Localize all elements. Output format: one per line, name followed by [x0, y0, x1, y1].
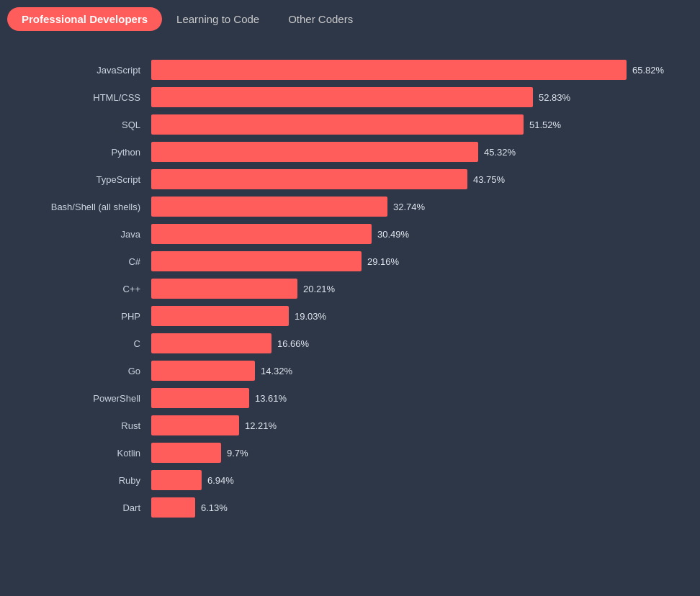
bar-label: PowerShell	[7, 393, 151, 404]
bar-row: C16.66%	[7, 333, 686, 353]
bar-track: 19.03%	[151, 306, 686, 326]
bar-row: TypeScript43.75%	[7, 169, 686, 189]
bar-track: 14.32%	[151, 361, 686, 381]
bar-label: Kotlin	[7, 448, 151, 459]
bar-fill	[151, 224, 372, 244]
bar-row: Ruby6.94%	[7, 470, 686, 490]
bar-row: Java30.49%	[7, 224, 686, 244]
bar-row: Python45.32%	[7, 142, 686, 162]
bar-track: 6.13%	[151, 497, 686, 518]
bar-value: 65.82%	[632, 65, 664, 76]
bar-label: HTML/CSS	[7, 92, 151, 103]
bar-fill	[151, 388, 249, 408]
chart-container: JavaScript65.82%HTML/CSS52.83%SQL51.52%P…	[0, 45, 700, 539]
bar-value: 14.32%	[261, 366, 292, 376]
bar-fill	[151, 114, 524, 135]
bar-label: Python	[7, 147, 151, 158]
bar-value: 45.32%	[484, 147, 516, 158]
bar-track: 29.16%	[151, 251, 686, 271]
bar-label: Dart	[7, 502, 151, 513]
tab-other[interactable]: Other Coders	[274, 7, 367, 31]
bar-row: Bash/Shell (all shells)32.74%	[7, 197, 686, 217]
bar-track: 32.74%	[151, 197, 686, 217]
bar-value: 20.21%	[303, 284, 335, 294]
bar-track: 20.21%	[151, 279, 686, 299]
bar-fill	[151, 470, 202, 490]
bar-label: C	[7, 338, 151, 349]
bar-row: SQL51.52%	[7, 114, 686, 135]
bar-fill	[151, 87, 533, 107]
bar-label: C#	[7, 256, 151, 267]
bar-track: 65.82%	[151, 60, 686, 80]
bar-value: 29.16%	[367, 256, 399, 267]
bar-fill	[151, 142, 478, 162]
bar-fill	[151, 279, 297, 299]
bar-row: Dart6.13%	[7, 497, 686, 518]
bar-track: 13.61%	[151, 388, 686, 408]
bar-track: 16.66%	[151, 333, 686, 353]
bar-label: JavaScript	[7, 65, 151, 76]
bar-row: Go14.32%	[7, 361, 686, 381]
bar-value: 13.61%	[255, 393, 287, 404]
bar-value: 6.13%	[201, 502, 228, 513]
bar-label: Ruby	[7, 475, 151, 486]
bar-value: 52.83%	[539, 92, 570, 103]
bar-track: 43.75%	[151, 169, 686, 189]
bar-track: 9.7%	[151, 443, 686, 463]
bar-value: 43.75%	[473, 174, 505, 185]
bar-fill	[151, 443, 221, 463]
bar-fill	[151, 251, 362, 271]
bar-track: 12.21%	[151, 415, 686, 435]
bar-value: 16.66%	[277, 338, 309, 349]
bar-fill	[151, 361, 255, 381]
bar-row: Kotlin9.7%	[7, 443, 686, 463]
bar-fill	[151, 60, 627, 80]
bar-row: HTML/CSS52.83%	[7, 87, 686, 107]
bar-label: Bash/Shell (all shells)	[7, 202, 151, 212]
bar-label: SQL	[7, 119, 151, 130]
bar-value: 12.21%	[245, 420, 277, 431]
bar-row: PowerShell13.61%	[7, 388, 686, 408]
tabs-container: Professional DevelopersLearning to CodeO…	[0, 0, 700, 38]
bar-label: Go	[7, 366, 151, 376]
bar-value: 6.94%	[207, 475, 234, 486]
bar-fill	[151, 415, 239, 435]
tab-learning[interactable]: Learning to Code	[162, 7, 274, 31]
bar-track: 51.52%	[151, 114, 686, 135]
bar-fill	[151, 169, 467, 189]
bar-value: 51.52%	[529, 119, 561, 130]
bar-row: C++20.21%	[7, 279, 686, 299]
bar-value: 19.03%	[295, 311, 326, 322]
bar-row: JavaScript65.82%	[7, 60, 686, 80]
bar-track: 52.83%	[151, 87, 686, 107]
tab-professional[interactable]: Professional Developers	[7, 7, 162, 31]
bar-track: 30.49%	[151, 224, 686, 244]
bar-label: Java	[7, 229, 151, 240]
bar-row: C#29.16%	[7, 251, 686, 271]
bar-fill	[151, 333, 272, 353]
bar-label: Rust	[7, 420, 151, 431]
bar-value: 9.7%	[227, 448, 248, 459]
bar-label: TypeScript	[7, 174, 151, 185]
bar-label: PHP	[7, 311, 151, 322]
bar-value: 32.74%	[393, 202, 425, 212]
bar-track: 6.94%	[151, 470, 686, 490]
bar-track: 45.32%	[151, 142, 686, 162]
bar-fill	[151, 197, 387, 217]
bar-label: C++	[7, 284, 151, 294]
bar-fill	[151, 497, 195, 518]
bar-fill	[151, 306, 289, 326]
bar-row: Rust12.21%	[7, 415, 686, 435]
bar-value: 30.49%	[377, 229, 409, 240]
bar-row: PHP19.03%	[7, 306, 686, 326]
